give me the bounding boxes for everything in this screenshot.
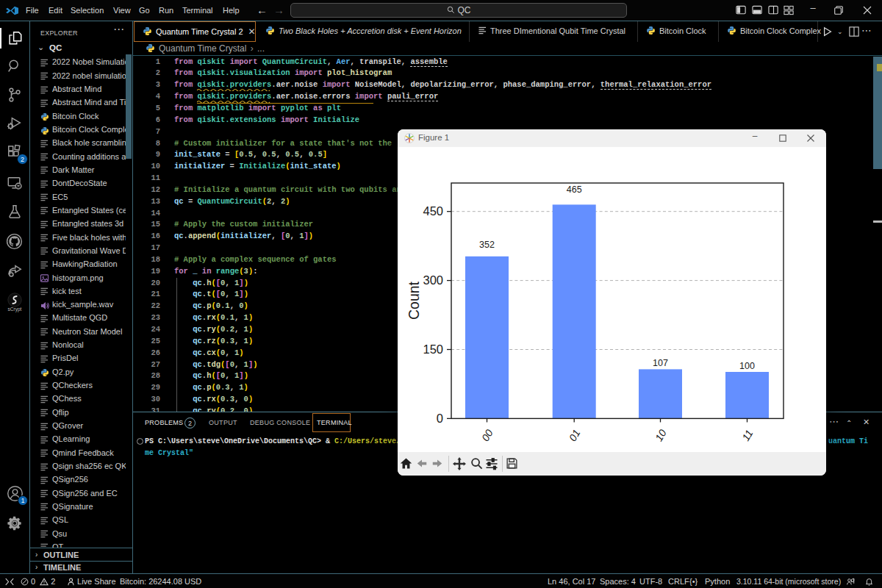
svg-text:352: 352 xyxy=(479,240,495,250)
svg-text:0: 0 xyxy=(437,412,443,425)
svg-text:10: 10 xyxy=(653,427,669,443)
svg-text:300: 300 xyxy=(423,273,443,287)
svg-text:465: 465 xyxy=(567,184,582,195)
svg-text:107: 107 xyxy=(653,358,668,368)
svg-text:100: 100 xyxy=(739,361,755,371)
svg-text:11: 11 xyxy=(739,428,755,443)
svg-text:00: 00 xyxy=(479,427,495,443)
svg-text:150: 150 xyxy=(423,343,443,356)
svg-text:Count: Count xyxy=(406,281,422,320)
svg-text:01: 01 xyxy=(567,428,583,443)
svg-text:450: 450 xyxy=(423,204,443,218)
